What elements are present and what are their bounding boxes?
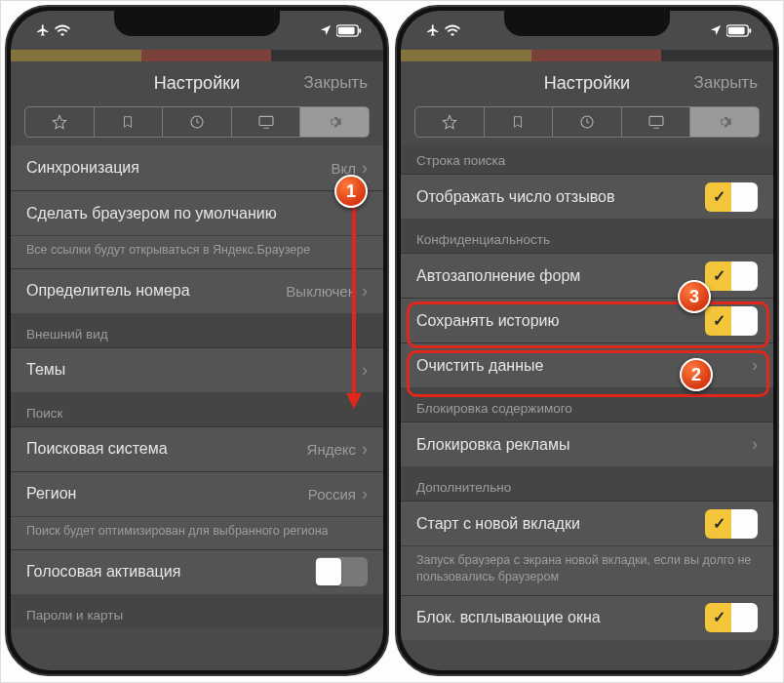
row-themes[interactable]: Темы › bbox=[11, 347, 383, 392]
monitor-icon bbox=[257, 115, 275, 129]
bookmark-icon bbox=[511, 114, 525, 130]
row-clear-data[interactable]: Очистить данные › bbox=[401, 342, 773, 387]
row-label: Блок. всплывающие окна bbox=[416, 609, 601, 626]
bookmark-icon bbox=[121, 114, 135, 130]
gear-icon bbox=[717, 114, 732, 130]
toggle-autofill[interactable] bbox=[705, 261, 758, 291]
chevron-right-icon: › bbox=[752, 355, 758, 376]
close-button[interactable]: Закрыть bbox=[304, 73, 368, 93]
row-label: Определитель номера bbox=[26, 282, 190, 300]
tab-history[interactable] bbox=[553, 107, 622, 137]
row-caller-id[interactable]: Определитель номера Выключен › bbox=[11, 268, 383, 313]
section-content-blocking: Блокировка содержимого bbox=[401, 387, 773, 422]
row-label: Сделать браузером по умолчанию bbox=[26, 205, 277, 222]
row-value: Вкл bbox=[332, 160, 363, 177]
row-label: Отображать число отзывов bbox=[416, 188, 614, 206]
modal-header: Настройки Закрыть bbox=[401, 61, 773, 104]
toggle-voice[interactable] bbox=[315, 557, 368, 586]
tab-bookmarks[interactable] bbox=[95, 107, 164, 137]
row-value: Яндекс bbox=[307, 441, 362, 458]
background-accent bbox=[401, 50, 773, 61]
tab-bookmarks[interactable] bbox=[485, 107, 554, 137]
caption-default-browser: Все ссылки будут открываться в Яндекс.Бр… bbox=[11, 235, 383, 268]
row-start-new-tab[interactable]: Старт с новой вкладки bbox=[401, 501, 773, 545]
close-button[interactable]: Закрыть bbox=[694, 73, 758, 93]
section-search: Поиск bbox=[11, 392, 383, 426]
row-autofill[interactable]: Автозаполнение форм bbox=[401, 253, 773, 298]
airplane-icon bbox=[36, 23, 50, 37]
callout-3: 3 bbox=[678, 280, 711, 313]
caption-region: Поиск будет оптимизирован для выбранного… bbox=[11, 516, 383, 549]
row-label: Поисковая система bbox=[26, 440, 168, 458]
airplane-icon bbox=[426, 23, 440, 37]
clock-icon bbox=[579, 114, 595, 130]
tab-settings[interactable] bbox=[690, 107, 759, 137]
chevron-right-icon: › bbox=[362, 439, 368, 460]
row-show-reviews[interactable]: Отображать число отзывов bbox=[401, 174, 773, 219]
clock-icon bbox=[189, 114, 205, 130]
toggle-show-reviews[interactable] bbox=[705, 182, 758, 212]
wifi-icon bbox=[55, 24, 70, 36]
notch bbox=[114, 11, 280, 36]
chevron-right-icon: › bbox=[362, 484, 368, 504]
section-additional: Дополнительно bbox=[401, 466, 773, 501]
row-label: Очистить данные bbox=[416, 357, 543, 375]
row-label: Регион bbox=[26, 485, 76, 502]
section-search-bar: Строка поиска bbox=[401, 145, 773, 174]
svg-rect-11 bbox=[649, 116, 663, 125]
location-icon bbox=[710, 24, 722, 36]
row-label: Синхронизация bbox=[26, 159, 139, 177]
callout-2: 2 bbox=[680, 358, 713, 391]
row-label: Темы bbox=[26, 361, 65, 379]
row-default-browser[interactable]: Сделать браузером по умолчанию bbox=[11, 190, 383, 235]
top-tabs bbox=[414, 106, 760, 138]
callout-1: 1 bbox=[334, 175, 368, 208]
settings-list[interactable]: Строка поиска Отображать число отзывов К… bbox=[401, 145, 773, 670]
page-title: Настройки bbox=[154, 73, 240, 94]
star-icon bbox=[52, 114, 67, 130]
caption-start-new-tab: Запуск браузера с экрана новой вкладки, … bbox=[401, 545, 773, 595]
svg-rect-1 bbox=[338, 26, 355, 33]
tab-settings[interactable] bbox=[300, 107, 369, 137]
row-label: Старт с новой вкладки bbox=[416, 515, 580, 533]
modal-header: Настройки Закрыть bbox=[11, 61, 383, 104]
row-search-engine[interactable]: Поисковая система Яндекс › bbox=[11, 426, 383, 471]
svg-rect-8 bbox=[728, 26, 745, 33]
tab-favorites[interactable] bbox=[415, 107, 485, 137]
tab-history[interactable] bbox=[163, 107, 232, 137]
toggle-start-new-tab[interactable] bbox=[705, 509, 758, 539]
row-region[interactable]: Регион Россия › bbox=[11, 471, 383, 516]
chevron-right-icon: › bbox=[362, 158, 368, 179]
row-label: Блокировка рекламы bbox=[416, 436, 569, 454]
monitor-icon bbox=[647, 115, 665, 129]
page-title: Настройки bbox=[544, 73, 630, 94]
battery-icon bbox=[726, 24, 752, 37]
phone-left: 13:14 Настройки Закрыть Син bbox=[5, 5, 389, 676]
row-save-history[interactable]: Сохранять историю bbox=[401, 298, 773, 342]
row-value: Россия bbox=[308, 486, 362, 502]
settings-list[interactable]: Синхронизация Вкл › Сделать браузером по… bbox=[11, 145, 383, 670]
svg-rect-2 bbox=[359, 28, 361, 33]
row-adblock[interactable]: Блокировка рекламы › bbox=[401, 422, 773, 466]
gear-icon bbox=[327, 114, 342, 130]
row-sync[interactable]: Синхронизация Вкл › bbox=[11, 145, 383, 190]
notch bbox=[504, 11, 670, 36]
svg-rect-9 bbox=[749, 28, 751, 33]
row-block-popups[interactable]: Блок. всплывающие окна bbox=[401, 595, 773, 640]
tab-devices[interactable] bbox=[622, 107, 691, 137]
row-label: Сохранять историю bbox=[416, 312, 560, 330]
chevron-right-icon: › bbox=[752, 434, 758, 455]
tab-favorites[interactable] bbox=[25, 107, 95, 137]
section-appearance: Внешний вид bbox=[11, 313, 383, 347]
toggle-save-history[interactable] bbox=[705, 306, 758, 336]
battery-icon bbox=[336, 24, 362, 37]
wifi-icon bbox=[445, 24, 460, 36]
background-accent bbox=[11, 50, 383, 61]
svg-marker-6 bbox=[346, 393, 362, 409]
location-icon bbox=[320, 24, 332, 36]
arrow-scroll-down bbox=[344, 206, 364, 411]
section-privacy: Конфиденциальность bbox=[401, 219, 773, 253]
row-voice-activation[interactable]: Голосовая активация bbox=[11, 549, 383, 594]
toggle-block-popups[interactable] bbox=[705, 603, 758, 632]
tab-devices[interactable] bbox=[232, 107, 301, 137]
